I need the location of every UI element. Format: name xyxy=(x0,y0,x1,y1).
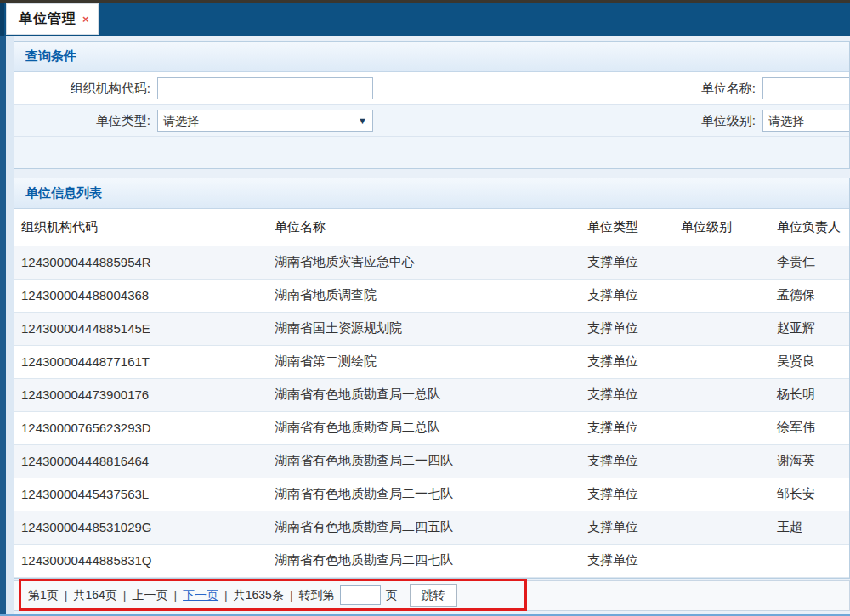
table-cell: 湖南省第二测绘院 xyxy=(269,345,575,378)
org-code-input[interactable] xyxy=(157,77,373,99)
unit-level-label: 单位级别: xyxy=(643,105,756,137)
table-header-row: 组织机构代码 单位名称 单位类型 单位级别 单位负责人 xyxy=(14,209,849,246)
table-row[interactable]: 12430000444877161T湖南省第二测绘院支撑单位吴贤良 xyxy=(14,345,849,378)
table-cell: 支撑单位 xyxy=(575,246,669,279)
table-cell: 12430000765623293D xyxy=(14,411,269,444)
top-tab-bar: 单位管理 × xyxy=(0,3,850,36)
table-cell: 12430000444885145E xyxy=(14,312,269,345)
table-cell: 支撑单位 xyxy=(575,411,669,444)
goto-page-label: 转到第 xyxy=(299,588,335,603)
table-cell: 吴贤良 xyxy=(765,345,849,378)
col-header-unit-level: 单位级别 xyxy=(669,209,765,246)
topbar-left-accent xyxy=(0,3,4,36)
table-cell: 支撑单位 xyxy=(575,345,669,378)
table-cell: 湖南省有色地质勘查局二一七队 xyxy=(269,478,575,511)
table-cell: 支撑单位 xyxy=(575,544,669,577)
table-cell xyxy=(669,411,765,444)
jump-button[interactable]: 跳转 xyxy=(410,584,457,607)
pager-separator: | xyxy=(173,589,177,602)
table-cell: 支撑单位 xyxy=(575,312,669,345)
table-row[interactable]: 12430000444885831Q湖南省有色地质勘查局二四七队支撑单位 xyxy=(14,544,849,577)
close-icon[interactable]: × xyxy=(82,14,89,25)
unit-type-select[interactable]: 请选择 ▼ xyxy=(157,110,373,132)
table-cell xyxy=(669,345,765,378)
unit-management-screen: 单位管理 × 查询条件 组织机构代码: 单位名称: 单位类型: xyxy=(0,0,850,616)
page-unit-label: 页 xyxy=(386,588,398,603)
table-cell: 邹长安 xyxy=(765,478,849,511)
unit-table: 组织机构代码 单位名称 单位类型 单位级别 单位负责人 124300004448… xyxy=(14,209,849,578)
table-cell xyxy=(669,478,765,511)
table-cell: 湖南省有色地质勘查局二一四队 xyxy=(269,444,575,478)
table-cell xyxy=(669,444,765,478)
col-header-unit-leader: 单位负责人 xyxy=(765,209,849,246)
table-cell xyxy=(669,378,765,411)
unit-type-label: 单位类型: xyxy=(14,105,150,137)
search-conditions-panel: 查询条件 组织机构代码: 单位名称: 单位类型: 请选择 ▼ 单位级别: xyxy=(14,41,850,169)
total-records-text: 共1635条 xyxy=(234,588,284,603)
search-row-1: 组织机构代码: 单位名称: xyxy=(14,72,849,105)
col-header-org-code: 组织机构代码 xyxy=(14,209,269,246)
total-pages-text: 共164页 xyxy=(73,588,116,603)
table-row[interactable]: 12430000444885954R湖南省地质灾害应急中心支撑单位李贵仁 xyxy=(14,246,849,279)
table-cell: 孟德保 xyxy=(765,279,849,312)
table-cell xyxy=(669,312,765,345)
table-cell: 湖南省有色地质勘查局二四七队 xyxy=(269,544,575,577)
unit-name-input[interactable] xyxy=(762,77,849,99)
next-page-link[interactable]: 下一页 xyxy=(183,588,218,603)
table-cell: 李贵仁 xyxy=(765,246,849,279)
table-row[interactable]: 124300004473900176湖南省有色地质勘查局一总队支撑单位杨长明 xyxy=(14,378,849,411)
table-cell xyxy=(765,544,849,577)
table-row[interactable]: 12430000765623293D湖南省有色地质勘查局二总队支撑单位徐军伟 xyxy=(14,411,849,444)
table-row[interactable]: 124300004448816464湖南省有色地质勘查局二一四队支撑单位谢海英 xyxy=(14,444,849,478)
table-cell xyxy=(669,511,765,544)
table-cell: 124300004448816464 xyxy=(14,444,269,478)
pager-separator: | xyxy=(65,589,68,602)
table-row[interactable]: 12430000448531029G湖南省有色地质勘查局二四五队支撑单位王超 xyxy=(14,511,849,544)
table-cell: 杨长明 xyxy=(765,378,849,411)
table-cell xyxy=(669,246,765,279)
search-row-2: 单位类型: 请选择 ▼ 单位级别: 请选择 xyxy=(14,105,849,137)
unit-type-selected-value: 请选择 xyxy=(163,114,199,127)
unit-name-label: 单位名称: xyxy=(643,72,756,105)
table-cell: 12430000444877161T xyxy=(14,345,269,378)
pager-separator: | xyxy=(290,589,293,602)
unit-level-selected-value: 请选择 xyxy=(768,114,804,127)
unit-list-panel-title: 单位信息列表 xyxy=(26,185,102,201)
table-cell: 王超 xyxy=(765,511,849,544)
current-page-text: 第1页 xyxy=(28,588,59,603)
table-cell: 12430000444885954R xyxy=(14,246,269,279)
table-cell: 赵亚辉 xyxy=(765,312,849,345)
table-cell: 支撑单位 xyxy=(575,444,669,478)
unit-level-select[interactable]: 请选择 xyxy=(762,110,849,132)
unit-list-panel: 单位信息列表 组织机构代码 单位名称 单位类型 单位级别 单位负责人 xyxy=(14,178,850,579)
table-cell: 湖南省有色地质勘查局二四五队 xyxy=(269,511,575,544)
tab-unit-management[interactable]: 单位管理 × xyxy=(7,4,98,34)
table-cell: 支撑单位 xyxy=(575,478,669,511)
table-row[interactable]: 12430000444885145E湖南省国土资源规划院支撑单位赵亚辉 xyxy=(14,312,849,345)
table-cell: 12430000445437563L xyxy=(14,478,269,511)
unit-list-panel-header: 单位信息列表 xyxy=(14,178,849,209)
col-header-unit-name: 单位名称 xyxy=(269,209,575,246)
goto-page-input[interactable] xyxy=(340,585,381,605)
table-row[interactable]: 12430000445437563L湖南省有色地质勘查局二一七队支撑单位邹长安 xyxy=(14,478,849,511)
search-panel-header: 查询条件 xyxy=(14,42,849,72)
pager-separator: | xyxy=(123,589,127,602)
table-cell: 支撑单位 xyxy=(575,378,669,411)
table-cell: 12430000448531029G xyxy=(14,511,269,544)
chevron-down-icon: ▼ xyxy=(358,110,367,131)
search-panel-title: 查询条件 xyxy=(26,48,76,65)
table-cell: 谢海英 xyxy=(765,444,849,478)
org-code-label: 组织机构代码: xyxy=(14,72,150,105)
table-cell: 124300004488004368 xyxy=(14,279,269,312)
left-gutter xyxy=(6,36,14,614)
table-row[interactable]: 124300004488004368湖南省地质调查院支撑单位孟德保 xyxy=(14,279,849,312)
table-cell: 湖南省地质灾害应急中心 xyxy=(269,246,575,279)
table-cell: 124300004473900176 xyxy=(14,378,269,411)
table-cell: 徐军伟 xyxy=(765,411,849,444)
pagination-bar: 第1页 | 共164页 | 上一页 | 下一页 | 共1635条 | 转到第 页… xyxy=(14,580,850,611)
search-row-empty xyxy=(14,137,849,168)
prev-page-button[interactable]: 上一页 xyxy=(132,588,167,603)
table-cell: 湖南省有色地质勘查局一总队 xyxy=(269,378,575,411)
main-content: 查询条件 组织机构代码: 单位名称: 单位类型: 请选择 ▼ 单位级别: xyxy=(14,36,850,614)
table-cell xyxy=(669,279,765,312)
